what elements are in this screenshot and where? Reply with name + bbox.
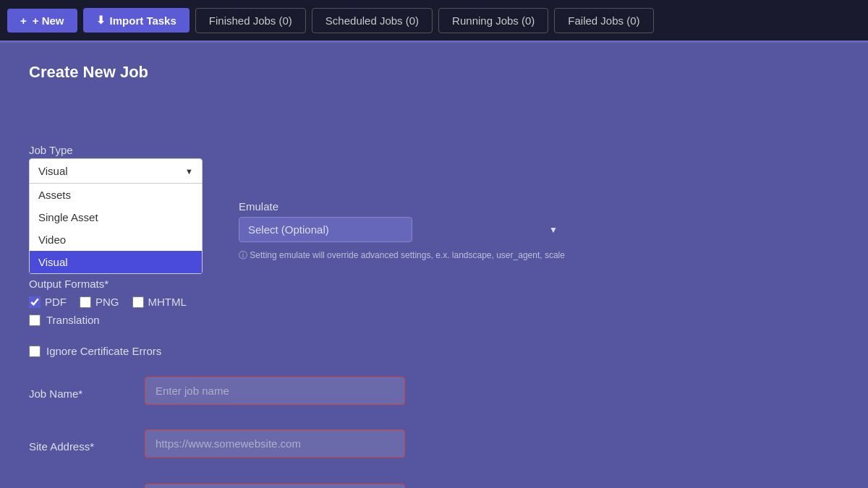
new-label: + New	[33, 14, 64, 27]
site-address-label: Site Address*	[29, 435, 145, 453]
mhtml-checkbox-label[interactable]: MHTML	[132, 296, 187, 308]
option-visual[interactable]: Visual	[30, 251, 202, 273]
job-type-label: Job Type	[29, 144, 73, 156]
emulate-select[interactable]: Select (Optional)	[239, 217, 412, 242]
mhtml-label: MHTML	[148, 296, 187, 308]
png-checkbox-label[interactable]: PNG	[80, 296, 119, 308]
option-single-asset[interactable]: Single Asset	[30, 206, 202, 228]
plus-icon: +	[20, 14, 27, 27]
failed-jobs-tab[interactable]: Failed Jobs (0)	[554, 8, 653, 33]
main-content: Create New Job Job Type Visual ▼ Assets …	[0, 43, 868, 488]
download-icon: ⬇	[96, 14, 106, 27]
emulate-label: Emulate	[239, 200, 565, 213]
egress-row: Egress* Select egress ▼	[29, 484, 405, 488]
png-checkbox[interactable]	[80, 296, 91, 308]
job-type-options-list: Assets Single Asset Video Visual	[29, 184, 203, 274]
pdf-checkbox-label[interactable]: PDF	[29, 296, 67, 308]
import-tasks-button[interactable]: ⬇ Import Tasks	[83, 8, 190, 33]
output-formats-checkboxes: PDF PNG MHTML	[29, 296, 187, 308]
import-label: Import Tasks	[110, 14, 176, 27]
output-formats-label: Output Formats*	[29, 278, 187, 290]
page-title: Create New Job	[29, 63, 839, 82]
finished-jobs-tab[interactable]: Finished Jobs (0)	[195, 8, 306, 33]
running-jobs-tab[interactable]: Running Jobs (0)	[438, 8, 548, 33]
job-name-row: Job Name*	[29, 377, 405, 405]
mhtml-checkbox[interactable]	[132, 296, 144, 308]
emulate-note: ⓘ Setting emulate will override advanced…	[239, 249, 565, 262]
emulate-select-wrapper: Select (Optional) ▼	[239, 217, 565, 242]
ignore-cert-checkbox[interactable]	[29, 346, 41, 357]
job-type-selected-box[interactable]: Visual ▼	[29, 158, 203, 184]
site-address-input[interactable]	[145, 429, 405, 458]
translation-row: Translation	[29, 314, 100, 338]
job-type-dropdown[interactable]: Visual ▼ Assets Single Asset Video Visua…	[29, 158, 203, 274]
egress-select-wrapper: Select egress ▼	[145, 484, 405, 488]
ignore-cert-label: Ignore Certificate Errors	[46, 345, 161, 357]
emulate-chevron-icon: ▼	[549, 225, 558, 235]
pdf-checkbox[interactable]	[29, 296, 41, 308]
option-video[interactable]: Video	[30, 228, 202, 251]
output-formats-section: Output Formats* PDF PNG MHTML	[29, 278, 187, 308]
scheduled-jobs-tab[interactable]: Scheduled Jobs (0)	[312, 8, 433, 33]
option-assets[interactable]: Assets	[30, 184, 202, 206]
site-address-row: Site Address*	[29, 429, 405, 458]
dropdown-chevron-icon: ▼	[185, 167, 193, 176]
ignore-cert-row: Ignore Certificate Errors	[29, 345, 161, 369]
translation-label: Translation	[46, 314, 100, 326]
new-button[interactable]: + + New	[7, 9, 77, 33]
pdf-label: PDF	[45, 296, 67, 308]
egress-select[interactable]: Select egress	[145, 484, 405, 488]
ignore-cert-checkbox-label[interactable]: Ignore Certificate Errors	[29, 345, 161, 357]
job-name-label: Job Name*	[29, 382, 145, 400]
translation-checkbox-label[interactable]: Translation	[29, 314, 100, 326]
job-type-selected-value: Visual	[38, 165, 68, 177]
job-name-input[interactable]	[145, 377, 405, 405]
translation-checkbox[interactable]	[29, 314, 41, 326]
png-label: PNG	[95, 296, 119, 308]
emulate-section: Emulate Select (Optional) ▼ ⓘ Setting em…	[239, 200, 565, 262]
top-nav-bar: + + New ⬇ Import Tasks Finished Jobs (0)…	[0, 0, 868, 40]
